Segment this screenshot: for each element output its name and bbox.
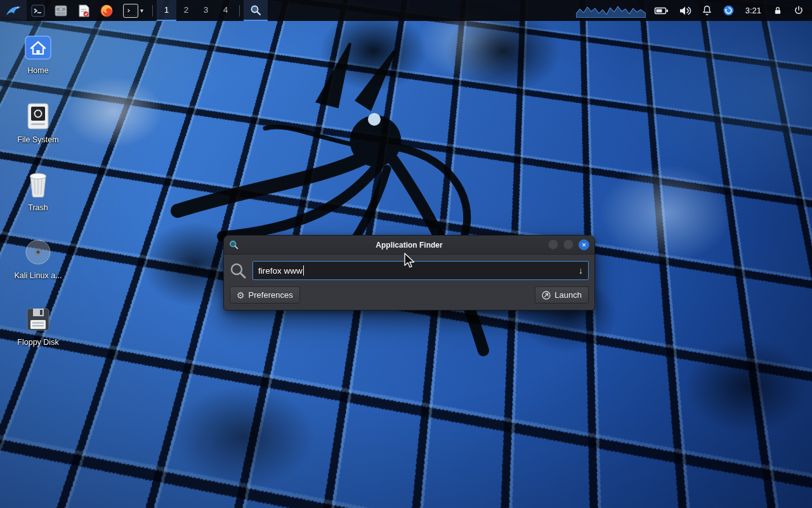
firefox-launcher[interactable] [95,0,118,21]
mouse-cursor [403,253,416,271]
desktop-icon-kali-cd[interactable]: Kali Linux a... [9,238,67,280]
kali-dragon-silhouette [102,25,533,381]
search-query-text: firefox www [258,266,303,276]
volume-icon[interactable] [675,0,695,21]
launch-label: Launch [554,290,582,300]
text-editor-launcher[interactable] [72,0,95,21]
kali-menu-button[interactable] [0,0,27,21]
workspace-4[interactable]: 4 [216,0,235,21]
window-menu-button[interactable]: ▾ [118,0,148,21]
launch-button[interactable]: Launch [535,286,589,304]
desktop-icon-label: Trash [28,203,48,212]
workspace-2[interactable]: 2 [176,0,196,21]
desktop-icon-home[interactable]: Home [9,34,67,75]
desktop-icon-filesystem[interactable]: File System [9,102,67,144]
clock[interactable]: 3:21 [740,0,766,21]
panel-tray: 3:21 [573,0,812,21]
cd-icon [24,238,52,266]
panel-separator [152,5,153,17]
desktop-icon-label: Floppy Disk [17,338,58,347]
preferences-label: Preferences [249,290,293,300]
kali-menu-icon [5,4,22,18]
floppy-icon [25,306,51,333]
filesystem-icon [25,102,51,130]
launch-icon [542,291,551,300]
search-icon [250,4,261,16]
updates-icon[interactable] [719,0,738,21]
chevron-down-icon: ▾ [140,7,143,14]
file-manager-launcher[interactable] [49,0,72,21]
search-icon [230,262,247,279]
desktop-icon-trash[interactable]: Trash [9,170,67,212]
terminal-launcher[interactable] [27,0,49,21]
home-icon [23,34,53,61]
desktop-icon-floppy[interactable]: Floppy Disk [9,306,67,347]
desktop-icon-label: Home [27,66,48,75]
window-menu-icon [123,4,138,18]
desktop-icon-label: Kali Linux a... [14,271,62,280]
minimize-button[interactable] [548,239,558,250]
cpu-graph[interactable] [573,4,648,18]
workspace-3[interactable]: 3 [196,0,216,21]
panel-separator [239,5,240,17]
taskbar-application-finder[interactable] [244,0,268,21]
preferences-button[interactable]: ⚙ Preferences [230,286,300,304]
window-controls: ✕ [548,239,589,250]
window-title: Application Finder [224,241,594,250]
dragon-glow-orb [368,113,381,126]
desktop-icon-label: File System [17,135,58,144]
lock-icon[interactable] [768,0,787,21]
firefox-icon [100,4,114,18]
workspace-1[interactable]: 1 [157,0,176,21]
terminal-icon [31,4,45,18]
file-manager-icon [54,4,68,18]
battery-icon[interactable] [650,0,673,21]
application-finder-window: Application Finder ✕ firefox www ↓ ⚙ Pre… [223,235,595,311]
text-editor-icon [77,4,91,18]
trash-icon [25,170,51,198]
top-panel: ▾ 1 2 3 4 [0,0,812,21]
entry-dropdown-arrow-icon[interactable]: ↓ [579,265,583,276]
gear-icon: ⚙ [237,290,245,300]
maximize-button[interactable] [563,239,573,250]
notifications-bell-icon[interactable] [697,0,717,21]
app-finder-icon [229,240,239,250]
text-caret [303,265,304,276]
workspace-switcher: 1 2 3 4 [157,0,235,21]
search-input[interactable]: firefox www ↓ [252,261,589,280]
power-icon[interactable] [789,0,808,21]
titlebar[interactable]: Application Finder ✕ [224,236,594,255]
button-row: ⚙ Preferences Launch [230,286,589,304]
close-button[interactable]: ✕ [579,239,589,250]
